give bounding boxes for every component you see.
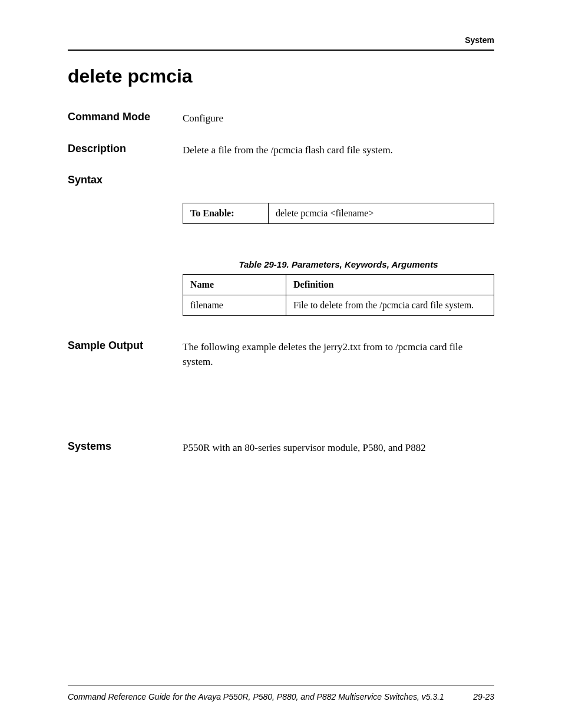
syntax-table: To Enable: delete pcmcia <filename> (183, 203, 494, 224)
param-header-definition: Definition (286, 275, 494, 295)
page-footer: Command Reference Guide for the Avaya P5… (68, 686, 494, 701)
syntax-heading: Syntax (68, 174, 183, 186)
command-mode-text: Configure (183, 111, 494, 126)
command-mode-heading: Command Mode (68, 111, 183, 123)
sample-output-row: Sample Output The following example dele… (68, 340, 494, 369)
command-mode-row: Command Mode Configure (68, 111, 494, 126)
syntax-enable-value: delete pcmcia <filename> (269, 203, 494, 224)
param-table-row: filename File to delete from the /pcmcia… (183, 295, 494, 316)
description-row: Description Delete a file from the /pcmc… (68, 143, 494, 158)
param-name-cell: filename (183, 295, 286, 316)
param-table-caption: Table 29-19. Parameters, Keywords, Argum… (183, 259, 494, 269)
footer-right: 29-23 (473, 692, 494, 701)
sample-output-text: The following example deletes the jerry2… (183, 340, 494, 369)
syntax-enable-label: To Enable: (183, 203, 269, 224)
systems-row: Systems P550R with an 80-series supervis… (68, 440, 494, 456)
page-container: System delete pcmcia Command Mode Config… (0, 0, 562, 728)
param-table: Name Definition filename File to delete … (183, 274, 494, 316)
syntax-table-row: To Enable: delete pcmcia <filename> (183, 203, 494, 224)
footer-left: Command Reference Guide for the Avaya P5… (68, 692, 444, 701)
sample-output-heading: Sample Output (68, 340, 183, 352)
footer-line: Command Reference Guide for the Avaya P5… (68, 692, 494, 701)
page-title: delete pcmcia (68, 65, 494, 87)
syntax-row: Syntax (68, 174, 494, 186)
systems-text: P550R with an 80-series supervisor modul… (183, 440, 494, 456)
description-text: Delete a file from the /pcmcia flash car… (183, 143, 494, 158)
bottom-rule (68, 686, 494, 686)
top-rule (68, 50, 494, 51)
param-table-header-row: Name Definition (183, 275, 494, 295)
param-header-name: Name (183, 275, 286, 295)
description-heading: Description (68, 143, 183, 155)
section-header: System (68, 35, 494, 45)
systems-heading: Systems (68, 440, 183, 453)
param-definition-cell: File to delete from the /pcmcia card fil… (286, 295, 494, 316)
